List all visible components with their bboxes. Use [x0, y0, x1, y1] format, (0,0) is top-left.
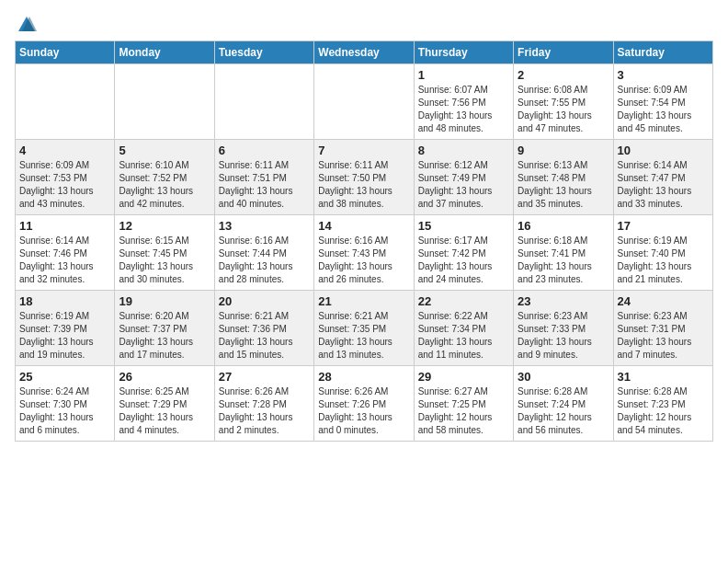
day-number: 11 — [19, 219, 110, 233]
calendar-cell: 4Sunrise: 6:09 AM Sunset: 7:53 PM Daylig… — [16, 140, 115, 215]
day-info: Sunrise: 6:11 AM Sunset: 7:50 PM Dayligh… — [318, 159, 409, 211]
day-info: Sunrise: 6:17 AM Sunset: 7:42 PM Dayligh… — [418, 235, 509, 286]
day-info: Sunrise: 6:13 AM Sunset: 7:48 PM Dayligh… — [518, 159, 609, 211]
calendar-cell — [115, 64, 214, 140]
day-header-monday: Monday — [115, 41, 214, 64]
calendar-cell: 25Sunrise: 6:24 AM Sunset: 7:30 PM Dayli… — [16, 366, 115, 442]
day-number: 2 — [518, 68, 609, 82]
calendar-cell: 3Sunrise: 6:09 AM Sunset: 7:54 PM Daylig… — [613, 64, 712, 140]
day-number: 14 — [318, 219, 409, 233]
day-info: Sunrise: 6:11 AM Sunset: 7:51 PM Dayligh… — [219, 159, 310, 211]
calendar-cell: 6Sunrise: 6:11 AM Sunset: 7:51 PM Daylig… — [214, 140, 313, 215]
day-info: Sunrise: 6:10 AM Sunset: 7:52 PM Dayligh… — [119, 159, 210, 211]
calendar-cell: 23Sunrise: 6:23 AM Sunset: 7:33 PM Dayli… — [514, 291, 613, 366]
day-number: 20 — [219, 294, 310, 308]
calendar-table: SundayMondayTuesdayWednesdayThursdayFrid… — [15, 40, 713, 442]
day-info: Sunrise: 6:20 AM Sunset: 7:37 PM Dayligh… — [119, 310, 210, 362]
day-header-saturday: Saturday — [613, 41, 712, 64]
calendar-cell — [314, 64, 414, 140]
day-number: 18 — [19, 294, 110, 308]
calendar-cell: 24Sunrise: 6:23 AM Sunset: 7:31 PM Dayli… — [613, 291, 712, 366]
day-info: Sunrise: 6:12 AM Sunset: 7:49 PM Dayligh… — [418, 159, 509, 211]
day-number: 25 — [19, 370, 110, 384]
day-number: 26 — [119, 370, 210, 384]
calendar-cell: 28Sunrise: 6:26 AM Sunset: 7:26 PM Dayli… — [314, 366, 414, 442]
day-info: Sunrise: 6:14 AM Sunset: 7:47 PM Dayligh… — [618, 159, 709, 211]
day-info: Sunrise: 6:19 AM Sunset: 7:39 PM Dayligh… — [19, 310, 110, 362]
calendar-cell: 29Sunrise: 6:27 AM Sunset: 7:25 PM Dayli… — [414, 366, 513, 442]
calendar-cell: 31Sunrise: 6:28 AM Sunset: 7:23 PM Dayli… — [613, 366, 712, 442]
calendar-cell: 30Sunrise: 6:28 AM Sunset: 7:24 PM Dayli… — [514, 366, 613, 442]
calendar-week-row: 1Sunrise: 6:07 AM Sunset: 7:56 PM Daylig… — [16, 64, 713, 140]
day-number: 7 — [318, 144, 409, 157]
day-info: Sunrise: 6:24 AM Sunset: 7:30 PM Dayligh… — [19, 385, 110, 437]
page-header — [15, 15, 713, 31]
day-info: Sunrise: 6:15 AM Sunset: 7:45 PM Dayligh… — [119, 235, 210, 286]
day-info: Sunrise: 6:18 AM Sunset: 7:41 PM Dayligh… — [518, 235, 609, 286]
day-info: Sunrise: 6:09 AM Sunset: 7:54 PM Dayligh… — [618, 84, 709, 135]
day-number: 22 — [418, 294, 509, 308]
day-info: Sunrise: 6:21 AM Sunset: 7:35 PM Dayligh… — [318, 310, 409, 362]
day-header-thursday: Thursday — [414, 41, 513, 64]
day-info: Sunrise: 6:09 AM Sunset: 7:53 PM Dayligh… — [19, 159, 110, 211]
day-number: 12 — [119, 219, 210, 233]
calendar-cell: 13Sunrise: 6:16 AM Sunset: 7:44 PM Dayli… — [214, 215, 313, 291]
calendar-cell: 11Sunrise: 6:14 AM Sunset: 7:46 PM Dayli… — [16, 215, 115, 291]
day-info: Sunrise: 6:26 AM Sunset: 7:28 PM Dayligh… — [219, 385, 310, 437]
day-info: Sunrise: 6:26 AM Sunset: 7:26 PM Dayligh… — [318, 385, 409, 437]
day-number: 4 — [19, 144, 110, 157]
day-number: 5 — [119, 144, 210, 157]
day-info: Sunrise: 6:23 AM Sunset: 7:33 PM Dayligh… — [518, 310, 609, 362]
day-number: 24 — [618, 294, 709, 308]
day-header-sunday: Sunday — [16, 41, 115, 64]
day-number: 27 — [219, 370, 310, 384]
logo-icon — [17, 15, 37, 35]
day-number: 10 — [618, 144, 709, 157]
day-number: 8 — [418, 144, 509, 157]
calendar-week-row: 25Sunrise: 6:24 AM Sunset: 7:30 PM Dayli… — [16, 366, 713, 442]
calendar-cell: 15Sunrise: 6:17 AM Sunset: 7:42 PM Dayli… — [414, 215, 513, 291]
day-number: 16 — [518, 219, 609, 233]
day-number: 17 — [618, 219, 709, 233]
day-number: 13 — [219, 219, 310, 233]
day-info: Sunrise: 6:22 AM Sunset: 7:34 PM Dayligh… — [418, 310, 509, 362]
calendar-week-row: 4Sunrise: 6:09 AM Sunset: 7:53 PM Daylig… — [16, 140, 713, 215]
calendar-week-row: 18Sunrise: 6:19 AM Sunset: 7:39 PM Dayli… — [16, 291, 713, 366]
calendar-cell: 22Sunrise: 6:22 AM Sunset: 7:34 PM Dayli… — [414, 291, 513, 366]
day-number: 1 — [418, 68, 509, 82]
calendar-cell: 19Sunrise: 6:20 AM Sunset: 7:37 PM Dayli… — [115, 291, 214, 366]
calendar-cell: 2Sunrise: 6:08 AM Sunset: 7:55 PM Daylig… — [514, 64, 613, 140]
logo — [15, 15, 37, 31]
day-number: 28 — [318, 370, 409, 384]
day-info: Sunrise: 6:25 AM Sunset: 7:29 PM Dayligh… — [119, 385, 210, 437]
calendar-header-row: SundayMondayTuesdayWednesdayThursdayFrid… — [16, 41, 713, 64]
calendar-cell: 14Sunrise: 6:16 AM Sunset: 7:43 PM Dayli… — [314, 215, 414, 291]
day-number: 19 — [119, 294, 210, 308]
calendar-cell: 10Sunrise: 6:14 AM Sunset: 7:47 PM Dayli… — [613, 140, 712, 215]
day-info: Sunrise: 6:23 AM Sunset: 7:31 PM Dayligh… — [618, 310, 709, 362]
day-info: Sunrise: 6:16 AM Sunset: 7:44 PM Dayligh… — [219, 235, 310, 286]
day-info: Sunrise: 6:19 AM Sunset: 7:40 PM Dayligh… — [618, 235, 709, 286]
day-info: Sunrise: 6:08 AM Sunset: 7:55 PM Dayligh… — [518, 84, 609, 135]
calendar-cell: 26Sunrise: 6:25 AM Sunset: 7:29 PM Dayli… — [115, 366, 214, 442]
day-info: Sunrise: 6:07 AM Sunset: 7:56 PM Dayligh… — [418, 84, 509, 135]
day-info: Sunrise: 6:28 AM Sunset: 7:23 PM Dayligh… — [618, 385, 709, 437]
day-number: 6 — [219, 144, 310, 157]
day-number: 23 — [518, 294, 609, 308]
calendar-cell: 5Sunrise: 6:10 AM Sunset: 7:52 PM Daylig… — [115, 140, 214, 215]
day-info: Sunrise: 6:21 AM Sunset: 7:36 PM Dayligh… — [219, 310, 310, 362]
calendar-cell: 18Sunrise: 6:19 AM Sunset: 7:39 PM Dayli… — [16, 291, 115, 366]
day-info: Sunrise: 6:28 AM Sunset: 7:24 PM Dayligh… — [518, 385, 609, 437]
calendar-cell: 1Sunrise: 6:07 AM Sunset: 7:56 PM Daylig… — [414, 64, 513, 140]
day-number: 29 — [418, 370, 509, 384]
calendar-cell: 21Sunrise: 6:21 AM Sunset: 7:35 PM Dayli… — [314, 291, 414, 366]
day-number: 30 — [518, 370, 609, 384]
day-number: 9 — [518, 144, 609, 157]
calendar-cell: 20Sunrise: 6:21 AM Sunset: 7:36 PM Dayli… — [214, 291, 313, 366]
day-header-friday: Friday — [514, 41, 613, 64]
calendar-cell: 7Sunrise: 6:11 AM Sunset: 7:50 PM Daylig… — [314, 140, 414, 215]
calendar-week-row: 11Sunrise: 6:14 AM Sunset: 7:46 PM Dayli… — [16, 215, 713, 291]
day-header-tuesday: Tuesday — [214, 41, 313, 64]
day-info: Sunrise: 6:14 AM Sunset: 7:46 PM Dayligh… — [19, 235, 110, 286]
day-number: 31 — [618, 370, 709, 384]
